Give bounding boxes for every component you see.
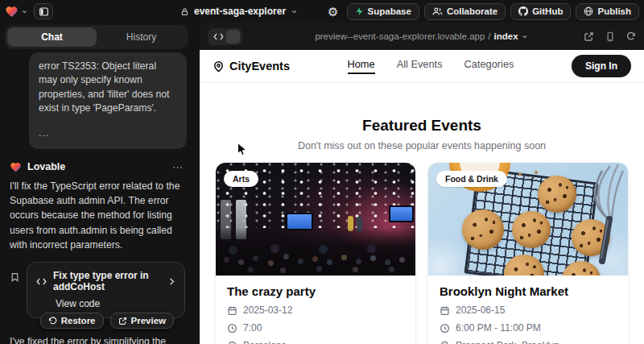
whisk <box>570 163 628 276</box>
panel-left-icon <box>39 6 49 17</box>
event-card-body: The crazy party 2025-03-12 <box>216 276 415 344</box>
sidebar-toggle-button[interactable] <box>34 3 53 19</box>
github-button[interactable]: GitHub <box>510 3 571 20</box>
event-time-row: 7:00 <box>227 322 404 334</box>
open-in-new-tab-button[interactable] <box>584 31 594 42</box>
assistant-name: Lovable <box>27 161 65 172</box>
event-image-cookies: Food & Drink <box>428 163 628 276</box>
code-icon <box>36 277 47 286</box>
lovable-logo-menu[interactable] <box>5 5 28 19</box>
url-page: index <box>494 31 518 41</box>
chat-sidebar: Chat History error TS2353: Object litera… <box>0 23 193 344</box>
preview-pane: preview--event-saga-explorer.lovable.app… <box>200 23 644 344</box>
site-nav: Home All Events Categories <box>348 58 514 74</box>
refresh-icon <box>626 31 636 41</box>
message-truncation-ellipsis: ... <box>39 126 177 140</box>
event-date-row: 2025-06-15 <box>440 305 617 316</box>
map-pin-icon <box>440 341 450 344</box>
event-date-row: 2025-03-12 <box>227 305 404 316</box>
fix-card-row: Fix type type error in addCoHost View co… <box>10 262 185 329</box>
chevron-down-icon <box>21 8 28 15</box>
calendar-icon <box>227 305 237 316</box>
external-link-icon <box>584 31 594 42</box>
publish-button[interactable]: Publish <box>576 3 639 20</box>
event-location-row: Prospect Park, Brooklyn <box>440 340 617 344</box>
sidebar-tabs: Chat History <box>5 25 188 49</box>
code-icon <box>213 32 224 41</box>
event-title: Brooklyn Night Market <box>440 284 617 298</box>
projector-screen <box>389 205 414 222</box>
section-heading: Featured Events <box>200 117 644 135</box>
user-message-bubble: error TS2353: Object literal may only sp… <box>29 52 187 149</box>
lovable-heart-icon <box>5 5 19 19</box>
cookie <box>512 211 551 248</box>
site-header: CityEvents Home All Events Categories Si… <box>200 50 644 83</box>
nav-home[interactable]: Home <box>348 58 375 74</box>
bookmark-icon[interactable] <box>10 271 20 285</box>
code-change-card[interactable]: Fix type type error in addCoHost View co… <box>27 262 185 318</box>
collaborate-button[interactable]: Collaborate <box>424 3 506 20</box>
clock-icon <box>227 323 237 334</box>
external-link-icon <box>118 317 127 325</box>
category-badge: Arts <box>224 171 258 187</box>
github-icon <box>518 6 528 16</box>
lock-icon <box>180 7 189 16</box>
project-selector[interactable]: event-saga-explorer <box>180 0 298 23</box>
tab-history[interactable]: History <box>97 27 186 47</box>
preview-url-selector[interactable]: preview--event-saga-explorer.lovable.app… <box>315 31 528 41</box>
site-brand[interactable]: CityEvents <box>213 60 290 73</box>
fix-card-actions: Restore Preview <box>27 313 174 329</box>
main-area: Chat History error TS2353: Object litera… <box>0 23 644 344</box>
topbar-actions: ⚙ Supabase Collaborate GitHub <box>324 3 639 20</box>
calendar-icon <box>440 305 450 316</box>
view-code-link[interactable]: View code <box>56 298 175 309</box>
tab-chat[interactable]: Chat <box>7 27 97 47</box>
chevron-right-icon <box>168 277 175 286</box>
smartphone-icon <box>605 31 615 42</box>
preview-view-segment <box>226 30 240 44</box>
event-title: The crazy party <box>227 284 404 298</box>
section-subheading: Don't miss out on these popular events h… <box>200 140 644 151</box>
preview-button[interactable]: Preview <box>110 313 174 329</box>
event-cards: Arts The crazy party 2025-03-12 <box>200 163 644 344</box>
supabase-bolt-icon <box>355 6 364 16</box>
preview-toolbar-actions <box>584 31 636 42</box>
settings-button[interactable]: ⚙ <box>324 4 341 19</box>
event-card-brooklyn-market[interactable]: Food & Drink Brooklyn Night Market 2025-… <box>428 163 628 344</box>
map-pin-icon <box>213 60 225 73</box>
event-card-crazy-party[interactable]: Arts The crazy party 2025-03-12 <box>216 163 415 344</box>
restore-button[interactable]: Restore <box>40 313 104 329</box>
refresh-button[interactable] <box>626 31 636 41</box>
audience <box>216 228 415 276</box>
top-bar: event-saga-explorer ⚙ Supabase Collabo <box>0 0 644 23</box>
featured-section-header: Featured Events Don't miss out on these … <box>200 117 644 151</box>
preview-toolbar: preview--event-saga-explorer.lovable.app… <box>200 23 644 50</box>
supabase-button[interactable]: Supabase <box>347 3 419 20</box>
chevron-down-icon <box>522 33 529 40</box>
mobile-view-button[interactable] <box>605 31 615 42</box>
audience-heads <box>224 257 229 263</box>
event-location-row: Barcelone <box>227 340 404 344</box>
fix-card-title: Fix type type error in addCoHost <box>53 270 162 292</box>
nav-categories[interactable]: Categories <box>464 58 514 74</box>
project-name: event-saga-explorer <box>194 6 286 17</box>
nav-all-events[interactable]: All Events <box>397 58 443 74</box>
event-image-conference: Arts <box>216 163 415 276</box>
gear-icon: ⚙ <box>328 5 338 19</box>
chevron-down-icon <box>291 8 298 15</box>
category-badge: Food & Drink <box>436 171 507 187</box>
lovable-heart-icon <box>10 161 22 173</box>
url-host: preview--event-saga-explorer.lovable.app <box>315 31 485 41</box>
lovable-app-window: event-saga-explorer ⚙ Supabase Collabo <box>0 0 644 344</box>
clock-icon <box>440 323 450 334</box>
code-view-toggle[interactable] <box>208 28 242 45</box>
url-separator: / <box>488 31 490 41</box>
assistant-outro-text: I've fixed the error by simplifying the … <box>10 334 184 344</box>
map-pin-icon <box>227 341 237 344</box>
site-preview: CityEvents Home All Events Categories Si… <box>200 50 644 344</box>
event-card-body: Brooklyn Night Market 2025-06-15 <box>428 276 628 344</box>
sign-in-button[interactable]: Sign In <box>572 55 631 77</box>
crumbs <box>518 172 522 176</box>
more-options-icon[interactable]: ⋯ <box>172 161 184 173</box>
user-message-text: error TS2353: Object literal may only sp… <box>39 60 177 115</box>
